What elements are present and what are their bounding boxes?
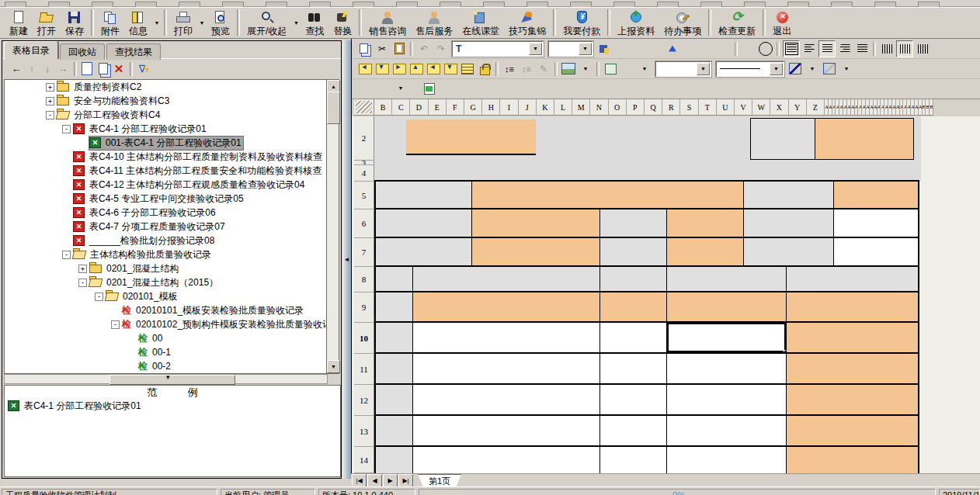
font-name-select[interactable]: T [452,41,544,57]
last-page-icon[interactable]: ▶| [398,474,413,487]
table-cell-r5c2[interactable] [600,416,667,447]
info-button[interactable]: 信息 [124,6,152,37]
split-cell-icon[interactable] [374,61,390,77]
tree-item[interactable]: -0201_混凝土结构（2015） [5,275,328,289]
filter-icon[interactable]: ∇ϟ [136,61,151,77]
insert-image-icon[interactable] [561,61,576,77]
format-painter-icon[interactable] [596,41,612,57]
font-size-select[interactable] [548,41,593,57]
sub-content-input[interactable] [834,238,918,267]
special-symbol-button[interactable] [362,81,364,98]
tree-item[interactable]: -检02010102_预制构件模板安装检验批质量验收记 [5,317,328,331]
column-header-F[interactable]: F [447,99,464,116]
column-header-C[interactable]: C [392,99,410,116]
collapse-arrow-icon[interactable]: ◄ [344,256,350,263]
table-cell-r6c1[interactable] [413,447,600,473]
table-cell-r5c3[interactable] [667,416,787,447]
dropdown-icon[interactable] [529,43,542,55]
table-cell-r2c4[interactable] [787,323,918,354]
column-header-U[interactable]: U [717,99,735,116]
column-header-J[interactable]: J [519,99,537,116]
diagonal-border2-icon[interactable] [822,61,837,77]
save-button[interactable]: 保存 [61,6,89,37]
strikethrough-dropdown-icon[interactable] [396,79,405,96]
expand-icon[interactable]: + [46,83,54,92]
tab-回收站[interactable]: 回收站 [60,43,105,60]
sub-count-input[interactable] [834,182,918,209]
tab-查找结果[interactable]: 查找结果 [106,43,161,60]
table-cell-r2c1[interactable] [413,323,600,354]
next-page-icon[interactable]: ▶ [383,474,398,487]
column-header-E[interactable]: E [429,99,447,116]
fill-color-icon[interactable] [665,41,680,57]
table-cell-r4c4[interactable] [787,385,918,416]
table-cell-r1c3[interactable] [667,292,787,323]
tree-item[interactable]: ✕001-表C4-1 分部工程验收记录01 [5,136,328,150]
table-cell-r6c3[interactable] [667,447,787,473]
tree-item[interactable]: ✕表C4-6 子分部工程验收记录06 [5,206,328,220]
image-dropdown-icon[interactable]: ▼ [578,61,593,77]
column-header-L[interactable]: L [554,99,572,116]
check-update-button[interactable]: 检查更新 [714,6,760,37]
column-header-BC[interactable]: BC [930,99,933,116]
new-form-button[interactable]: ★ [80,61,96,77]
increase-size-button[interactable] [699,41,714,57]
select-all-corner[interactable] [354,99,374,116]
delete-button[interactable]: ✕ [111,61,127,77]
align-center-button[interactable] [818,40,836,57]
dropdown-icon[interactable] [770,63,783,75]
decrease-size-button[interactable] [716,41,732,57]
online-class-button[interactable]: 在线课堂 [457,6,504,37]
nav-forward-button[interactable]: → [55,61,71,77]
diagonal-border2-dropdown-icon[interactable]: ▼ [839,61,854,77]
border-style-icon[interactable] [603,61,618,77]
expand-icon[interactable]: + [46,97,54,106]
table-cell-r5c4[interactable] [787,416,918,447]
row-header-11[interactable]: 11 [354,354,374,385]
column-header-P[interactable]: P [627,99,645,116]
column-header-Q[interactable]: Q [645,99,662,116]
bold-button[interactable] [613,41,629,57]
preview-button[interactable]: 预览 [207,6,235,37]
italic-button[interactable] [631,41,646,57]
align-justify-button[interactable] [783,40,800,57]
tree-item[interactable]: -主体结构检验批质量验收记录 [5,248,328,261]
collapse-icon[interactable]: - [46,111,54,119]
pm-input[interactable] [667,209,744,238]
clear-format-icon[interactable]: ✎ [536,61,551,77]
cut-icon[interactable]: ✂ [374,41,390,57]
row-header-6[interactable]: 6 [354,209,374,238]
selection-handle[interactable] [784,350,787,354]
row-header-14[interactable]: 14 [354,447,374,473]
column-header-O[interactable]: O [609,99,627,116]
tree-vertical-scrollbar[interactable]: ▲ ▼ [326,79,339,374]
upload-data-button[interactable]: 上报资料 [613,6,659,37]
redo-icon[interactable]: ↷ [433,41,449,57]
split-down-icon[interactable] [443,61,458,77]
table-cell-r4c3[interactable] [667,385,787,416]
column-header-B[interactable]: B [374,99,392,116]
tree-item[interactable]: +安全与功能检验资料C3 [5,94,328,108]
valign-center-button[interactable] [896,40,913,57]
zoom-select[interactable] [655,61,711,77]
tree-horizontal-scrollbar[interactable] [4,374,328,384]
expand-collapse-dropdown-icon[interactable] [291,9,301,36]
tree-item[interactable]: ✕表C4-12 主体结构分部工程观感质量检查验收记录04 [5,178,328,192]
sales-consult-button[interactable]: 销售咨询 [364,6,411,37]
column-header-N[interactable]: N [590,99,608,116]
row-header-12[interactable]: 12 [354,385,374,416]
copy-icon[interactable] [357,41,373,57]
collapse-icon[interactable]: - [78,279,87,287]
tab-表格目录[interactable]: 表格目录 [4,41,58,59]
row-header-7[interactable]: 7 [354,238,374,267]
copy-form-button[interactable] [96,61,111,77]
row-header-5[interactable]: 5 [354,182,374,209]
underline-button[interactable] [648,41,663,57]
split-vertical-icon[interactable] [408,61,424,77]
font-color-button[interactable] [682,41,697,57]
doc-no-input[interactable] [815,118,914,160]
example-item[interactable]: ✕表C4-1 分部工程验收记录01 [5,399,340,413]
table-cell-r1c1[interactable] [413,292,600,323]
tree-item[interactable]: ✕表C4-10 主体结构分部工程质量控制资料及验收资料核查 [5,150,328,164]
tree-item[interactable]: 检00-2 [5,359,328,373]
